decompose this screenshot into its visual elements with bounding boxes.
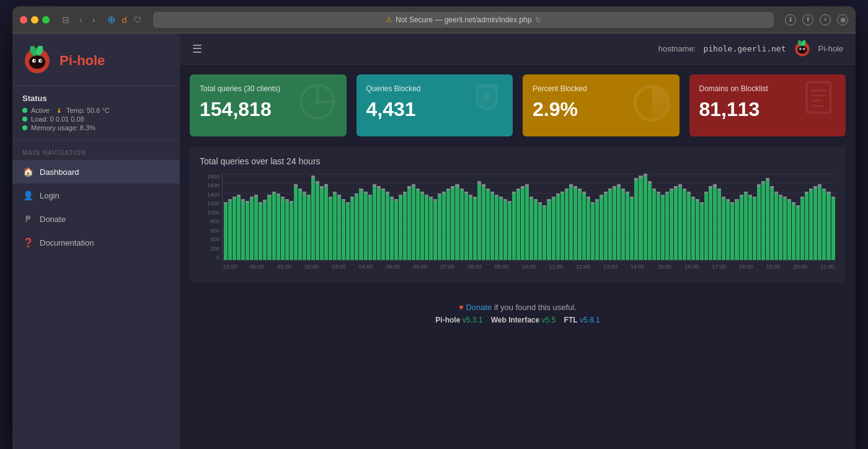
status-title: Status: [22, 94, 170, 103]
bar-total: [355, 195, 358, 260]
hamburger-icon[interactable]: ☰: [192, 42, 202, 56]
chart-section: Total queries over last 24 hours 1800 16…: [190, 146, 846, 283]
bar-group: [346, 174, 350, 260]
bar-total: [657, 193, 660, 260]
bar-group: [394, 174, 398, 260]
bar-group: [753, 174, 756, 260]
bar-group: [525, 174, 529, 260]
download-icon[interactable]: ⬇: [785, 14, 796, 25]
bar-group: [617, 174, 621, 260]
bar-total: [503, 201, 507, 260]
bar-total: [634, 180, 638, 260]
sidebar-right-icon[interactable]: ▣: [837, 14, 848, 25]
close-button[interactable]: [20, 16, 27, 24]
browser-controls: ⊟ ‹ ›: [60, 14, 97, 26]
stat-card-total-queries: Total queries (30 clients) 154,818: [190, 74, 347, 136]
bar-total: [730, 204, 734, 260]
load-dot: [22, 117, 27, 122]
sidebar-toggle-icon[interactable]: ⊟: [60, 14, 72, 26]
bar-group: [508, 174, 512, 260]
bar-total: [277, 195, 280, 260]
bar-group: [333, 174, 337, 260]
new-tab-icon[interactable]: +: [820, 14, 831, 25]
bar-group: [626, 174, 629, 260]
stat-card-blocked: Queries Blocked 4,431: [356, 74, 513, 136]
bar-group: [665, 174, 669, 260]
bar-total: [722, 198, 725, 260]
sidebar-item-login[interactable]: 👤 Login: [12, 184, 180, 207]
bar-total: [608, 190, 612, 260]
bar-group: [639, 174, 642, 260]
bar-group: [442, 174, 446, 260]
bar-total: [381, 190, 385, 260]
login-label: Login: [40, 191, 60, 200]
bar-group: [407, 174, 411, 260]
bar-total: [490, 193, 494, 260]
blocklist-bg-icon: [801, 80, 838, 131]
svg-point-9: [797, 45, 807, 53]
bar-total: [412, 187, 415, 260]
back-icon[interactable]: ‹: [77, 14, 85, 26]
brand-suffix: hole: [77, 53, 105, 68]
bar-total: [403, 193, 407, 260]
bar-group: [822, 174, 826, 260]
bar-group: [316, 174, 319, 260]
bar-total: [368, 197, 372, 260]
svg-rect-21: [811, 89, 826, 91]
main-content: ☰ hostname: pihole.geerli.net: [180, 33, 856, 449]
bar-group: [587, 174, 590, 260]
bar-group: [464, 174, 468, 260]
bar-total: [822, 190, 826, 260]
sidebar-item-dashboard[interactable]: 🏠 Dashboard: [12, 160, 180, 184]
maximize-button[interactable]: [42, 16, 50, 24]
minimize-button[interactable]: [31, 16, 38, 24]
reload-icon[interactable]: ↻: [535, 16, 541, 24]
forward-icon[interactable]: ›: [90, 14, 98, 26]
bar-total: [311, 178, 315, 260]
bar-total: [525, 187, 529, 260]
x-axis: 23:00 00:00 01:00 02:00 03:00 04:00 05:0…: [222, 260, 836, 273]
bar-group: [298, 174, 302, 260]
sidebar-item-documentation[interactable]: ❓ Documentation: [12, 231, 180, 254]
bar-group: [486, 174, 490, 260]
bar-total: [617, 187, 621, 260]
bar-total: [469, 197, 472, 260]
bar-total: [482, 187, 485, 260]
bar-group: [608, 174, 612, 260]
bar-group: [303, 174, 306, 260]
browser-titlebar: ⊟ ‹ › ⊕ ☌ 🛡 ⚠ Not Secure — geerli.net/ad…: [12, 6, 856, 33]
bar-total: [499, 198, 503, 260]
bar-total: [779, 197, 782, 260]
documentation-label: Documentation: [40, 238, 94, 247]
address-bar[interactable]: ⚠ Not Secure — geerli.net/admin/index.ph…: [153, 12, 774, 28]
bar-group: [495, 174, 498, 260]
bar-group: [674, 174, 678, 260]
share-icon[interactable]: ⬆: [802, 14, 813, 25]
not-secure-icon: ⚠: [386, 16, 392, 24]
bar-total: [595, 201, 599, 260]
paypal-icon: ₱: [22, 213, 33, 225]
bar-total: [630, 198, 634, 260]
bar-group: [761, 174, 765, 260]
bar-group: [455, 174, 459, 260]
bar-total: [460, 190, 464, 260]
bar-total: [224, 204, 228, 260]
bar-total: [826, 193, 830, 260]
bar-group: [342, 174, 345, 260]
bar-group: [311, 174, 315, 260]
bar-total: [678, 187, 682, 260]
bar-total: [320, 189, 324, 260]
sidebar-item-donate[interactable]: ₱ Donate: [12, 207, 180, 231]
bar-total: [796, 207, 800, 260]
bar-group: [600, 174, 603, 260]
bar-group: [809, 174, 813, 260]
bar-total: [250, 198, 254, 260]
bar-group: [451, 174, 454, 260]
bar-total: [399, 197, 402, 260]
bar-group: [556, 174, 560, 260]
bar-group: [294, 174, 298, 260]
bar-total: [307, 197, 311, 260]
footer-donate-link[interactable]: Donate: [466, 303, 492, 312]
dashboard-label: Dashboard: [40, 167, 79, 177]
bar-group: [403, 174, 407, 260]
